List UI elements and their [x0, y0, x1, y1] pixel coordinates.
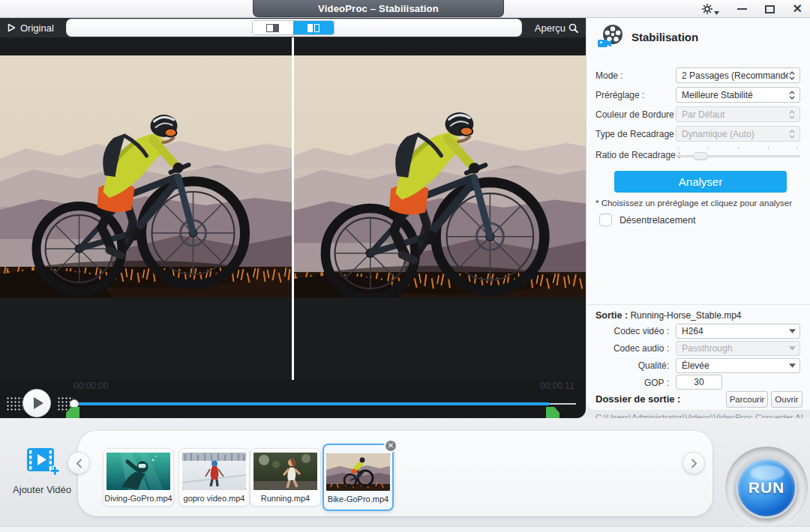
deinterlace-checkbox[interactable] — [599, 214, 612, 226]
running-thumbnail — [254, 453, 317, 490]
split-view-icon — [308, 24, 320, 32]
output-label: Sortie : — [596, 310, 628, 321]
chevron-updown-icon — [788, 70, 796, 81]
codec-audio-value: Passthrough — [682, 343, 789, 354]
media-item-running[interactable]: Running.mp4 — [250, 448, 321, 507]
close-button[interactable]: ✕ — [793, 3, 802, 15]
media-item-bike-selected[interactable]: ✕ Bike-GoPro.mp4 — [322, 444, 394, 511]
crop-ratio-slider[interactable] — [676, 147, 800, 160]
video-compare-view — [0, 37, 586, 380]
border-color-select[interactable]: Par Défaut — [676, 106, 800, 122]
run-button[interactable]: RUN — [736, 457, 797, 519]
play-button[interactable] — [22, 389, 51, 417]
preset-value: Meilleure Stabilité — [682, 90, 788, 100]
border-color-value: Par Défaut — [682, 109, 788, 120]
crop-ratio-label: Ratio de Recadrage : — [596, 150, 680, 160]
video-pane-original — [0, 37, 292, 380]
media-item-name: Diving-GoPro.mp4 — [104, 494, 173, 503]
scroll-left-button[interactable] — [68, 452, 90, 474]
codec-audio-label: Codec audio : — [594, 343, 669, 354]
mode-select[interactable]: 2 Passages (Recommandé) — [676, 67, 800, 83]
chevron-down-icon — [789, 329, 796, 333]
output-filename: Running-Horse_Stable.mp4 — [630, 310, 741, 321]
chevron-down-icon — [789, 363, 796, 368]
crop-type-value: Dynamique (Auto) — [682, 129, 788, 139]
chevron-updown-icon — [788, 90, 796, 100]
slider-handle[interactable] — [693, 152, 708, 160]
gop-input[interactable] — [676, 375, 722, 390]
output-folder-label: Dossier de sortie : — [596, 393, 680, 405]
analyser-button[interactable]: Analyser — [614, 171, 787, 193]
play-outline-icon — [8, 23, 16, 32]
border-color-label: Couleur de Bordure : — [596, 109, 679, 120]
gear-icon — [701, 3, 713, 15]
chevron-left-icon — [76, 459, 82, 468]
codec-video-value: H264 — [682, 326, 789, 336]
gop-label: GOP : — [594, 378, 669, 388]
film-reel-camera-icon — [597, 24, 624, 49]
timeline-progress[interactable] — [75, 402, 550, 405]
analyse-hint: * Choisissez un préréglage et cliquez po… — [596, 199, 792, 208]
tab-apercu[interactable]: Aperçu — [523, 18, 586, 37]
media-item-name: Running.mp4 — [250, 494, 320, 503]
view-mode-toggle — [252, 20, 334, 35]
preview-area: Original Aperçu — [0, 18, 586, 418]
original-video-frame — [0, 55, 292, 297]
caret-down-icon — [714, 11, 719, 15]
mode-value: 2 Passages (Recommandé) — [682, 70, 788, 81]
quality-select[interactable]: Élevée — [676, 358, 800, 373]
chevron-down-icon — [789, 346, 796, 351]
single-view-icon — [266, 24, 279, 32]
timeline: 00:00:00 00:00:11 00:00:00 00:00:11 — [0, 380, 586, 418]
trim-handle-right[interactable] — [546, 407, 560, 418]
grip-dots-icon[interactable] — [6, 396, 22, 411]
single-view-button[interactable] — [253, 21, 293, 34]
split-view-button[interactable] — [293, 21, 334, 34]
media-item-name: gopro video.mp4 — [179, 494, 249, 503]
tab-original-label: Original — [20, 22, 54, 34]
deinterlace-label: Désentrelacement — [620, 215, 695, 226]
open-folder-button[interactable]: Ouvrir — [771, 391, 802, 408]
chevron-updown-icon — [788, 109, 796, 120]
play-icon — [34, 397, 44, 409]
scroll-right-button[interactable] — [682, 452, 705, 474]
video-pane-stabilized — [294, 37, 586, 380]
media-item-gopro[interactable]: gopro video.mp4 — [178, 448, 250, 507]
crop-type-label: Type de Recadrage : — [596, 129, 679, 139]
stabilized-video-frame — [294, 55, 586, 297]
magnifier-icon — [568, 23, 578, 33]
window-title: VideoProc – Stabilisation — [253, 0, 504, 17]
codec-video-label: Codec vidéo : — [594, 326, 669, 336]
time-end-top: 00:00:11 — [540, 381, 574, 391]
minimize-button[interactable] — [737, 8, 747, 10]
diving-thumbnail — [106, 453, 170, 490]
media-item-diving[interactable]: Diving-GoPro.mp4 — [103, 448, 174, 507]
window-title-text: VideoProc – Stabilisation — [318, 3, 439, 14]
bike-thumbnail — [326, 453, 390, 491]
tab-apercu-label: Aperçu — [535, 22, 566, 34]
app-window: VideoProc – Stabilisation ✕ — [0, 0, 810, 532]
preview-toolbar: Original Aperçu — [0, 18, 586, 37]
preset-label: Préréglage : — [596, 90, 644, 100]
add-video-button[interactable]: Ajouter Vidéo — [6, 447, 78, 495]
quality-value: Élevée — [682, 360, 789, 371]
close-icon: ✕ — [388, 441, 394, 450]
title-bar: VideoProc – Stabilisation ✕ — [0, 0, 810, 18]
codec-audio-select[interactable]: Passthrough — [676, 341, 800, 356]
media-item-name: Bike-GoPro.mp4 — [324, 495, 392, 504]
codec-video-select[interactable]: H264 — [676, 324, 800, 339]
panel-title: Stabilisation — [632, 31, 698, 43]
add-video-icon — [23, 447, 61, 478]
maximize-button[interactable] — [765, 5, 775, 13]
settings-menu-button[interactable] — [701, 3, 719, 15]
tab-original[interactable]: Original — [0, 18, 64, 37]
remove-media-button[interactable]: ✕ — [384, 439, 398, 453]
browse-button[interactable]: Parcourir — [726, 391, 768, 408]
preset-select[interactable]: Meilleure Stabilité — [676, 87, 800, 103]
mode-label: Mode : — [596, 70, 623, 81]
add-video-label: Ajouter Vidéo — [6, 484, 78, 495]
output-section-divider — [586, 304, 810, 305]
chevron-updown-icon — [788, 129, 796, 139]
window-footer — [0, 526, 810, 532]
crop-type-select[interactable]: Dynamique (Auto) — [676, 126, 800, 142]
